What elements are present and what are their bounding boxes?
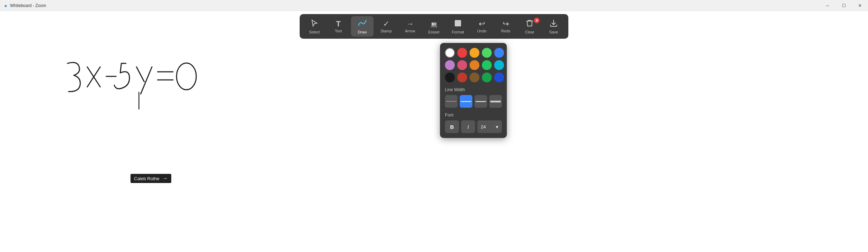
line-width-4[interactable] <box>489 95 502 108</box>
italic-button[interactable]: I <box>461 120 475 133</box>
title-bar: ● Whiteboard - Zoom ─ ☐ ✕ <box>0 0 868 11</box>
stamp-icon: ✓ <box>383 20 389 28</box>
draw-tool-button[interactable]: Draw <box>351 16 374 37</box>
undo-icon: ↩ <box>479 20 485 28</box>
line-width-3[interactable] <box>474 95 487 108</box>
color-green[interactable] <box>482 48 492 58</box>
format-label: Format <box>452 30 464 34</box>
text-label: Text <box>335 29 342 33</box>
line-width-2[interactable] <box>460 95 472 108</box>
arrow-label: Arrow <box>405 29 415 33</box>
color-grid <box>445 48 502 82</box>
color-bright-green[interactable] <box>482 60 492 70</box>
minimize-button[interactable]: ─ <box>819 0 836 11</box>
redo-label: Redo <box>501 29 510 33</box>
color-white[interactable] <box>445 48 455 58</box>
undo-button[interactable]: ↩ Undo <box>471 16 493 37</box>
arrow-tool-button[interactable]: → Arrow <box>399 16 421 37</box>
bold-button[interactable]: B <box>445 120 459 133</box>
redo-icon: ↪ <box>503 20 509 28</box>
app-icon: ● <box>4 3 7 8</box>
draw-icon <box>358 19 367 29</box>
svg-rect-3 <box>455 20 461 26</box>
draw-label: Draw <box>358 30 367 34</box>
clear-label: Clear <box>525 30 534 34</box>
color-pink[interactable] <box>457 60 467 70</box>
font-label: Font <box>445 113 502 118</box>
clear-x-icon: ✕ <box>534 18 540 23</box>
font-size-selector[interactable]: 24 ▾ <box>477 120 502 133</box>
stamp-label: Stamp <box>381 29 392 33</box>
toolbar: Select T Text Draw ✓ Stamp → Arrow <box>300 14 568 39</box>
arrow-icon: → <box>406 20 414 28</box>
color-brown[interactable] <box>470 73 479 82</box>
drawing-canvas <box>0 11 868 252</box>
attribution-name: Caleb Rothe <box>134 176 159 181</box>
format-tool-button[interactable]: Format <box>447 16 469 37</box>
format-popup: Line Width Font B I 24 ▾ <box>440 43 507 138</box>
color-purple[interactable] <box>445 60 455 70</box>
line-width-label: Line Width <box>445 87 502 92</box>
attribution-arrow-icon: → <box>162 175 168 182</box>
canvas-area[interactable]: Select T Text Draw ✓ Stamp → Arrow <box>0 11 868 252</box>
color-yellow[interactable] <box>470 48 479 58</box>
svg-point-8 <box>177 63 196 90</box>
color-dark-green[interactable] <box>482 73 492 82</box>
undo-label: Undo <box>477 29 486 33</box>
redo-button[interactable]: ↪ Redo <box>494 16 517 37</box>
clear-icon <box>525 19 534 29</box>
svg-rect-1 <box>433 23 436 26</box>
line-width-grid <box>445 95 502 108</box>
window-title: Whiteboard - Zoom <box>10 3 46 8</box>
font-controls: B I 24 ▾ <box>445 120 502 133</box>
select-label: Select <box>309 30 320 34</box>
color-red[interactable] <box>457 48 467 58</box>
color-dark-red[interactable] <box>457 73 467 82</box>
select-icon <box>310 19 319 29</box>
close-button[interactable]: ✕ <box>852 0 868 11</box>
color-blue[interactable] <box>494 48 504 58</box>
clear-button[interactable]: ✕ Clear <box>518 16 541 37</box>
color-cyan[interactable] <box>494 60 504 70</box>
line-width-1[interactable] <box>445 95 458 108</box>
eraser-tool-button[interactable]: Eraser <box>423 16 445 37</box>
eraser-label: Eraser <box>428 30 440 34</box>
maximize-button[interactable]: ☐ <box>836 0 852 11</box>
format-icon <box>454 19 462 29</box>
select-tool-button[interactable]: Select <box>303 16 326 37</box>
font-size-chevron-icon: ▾ <box>496 124 498 130</box>
color-dark-blue[interactable] <box>494 73 504 82</box>
color-orange[interactable] <box>470 60 479 70</box>
window-controls: ─ ☐ ✕ <box>819 0 868 11</box>
color-black[interactable] <box>445 73 455 82</box>
attribution-label: Caleb Rothe → <box>130 174 171 183</box>
eraser-icon <box>430 19 438 29</box>
save-label: Save <box>549 30 558 34</box>
save-icon <box>549 19 558 29</box>
text-tool-button[interactable]: T Text <box>327 16 350 37</box>
stamp-tool-button[interactable]: ✓ Stamp <box>375 16 397 37</box>
save-button[interactable]: Save <box>542 16 565 37</box>
text-icon: T <box>336 20 340 28</box>
font-size-value: 24 <box>481 124 486 130</box>
